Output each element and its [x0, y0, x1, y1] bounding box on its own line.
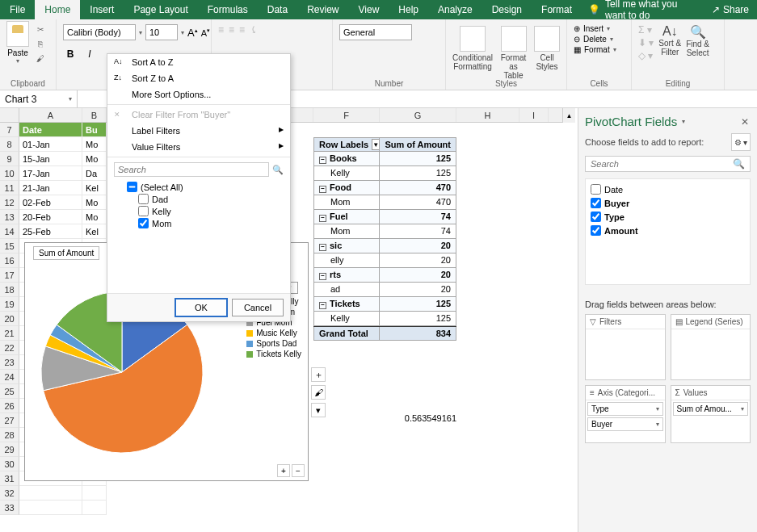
chart-title-box[interactable]: Sum of Amount: [33, 246, 99, 260]
align-top-icon[interactable]: ≡: [218, 24, 224, 36]
format-cells-button[interactable]: ▦ Format ▾: [574, 45, 625, 54]
search-icon: 🔍: [272, 165, 284, 175]
fill-icon[interactable]: ⬇ ▾: [638, 37, 654, 48]
number-group: Number: [333, 19, 446, 90]
sort-filter-button[interactable]: A↓Sort & Filter: [658, 24, 681, 61]
field-item[interactable]: Date: [589, 182, 746, 196]
italic-button[interactable]: I: [82, 47, 97, 61]
col-header-A[interactable]: A: [19, 108, 82, 122]
scroll-up-button[interactable]: ▲: [562, 108, 575, 123]
tab-pagelayout[interactable]: Page Layout: [124, 0, 197, 19]
tab-format[interactable]: Format: [532, 0, 582, 19]
tab-file[interactable]: File: [0, 0, 35, 19]
align-middle-icon[interactable]: ≡: [229, 24, 234, 36]
area-field-chip[interactable]: Type▾: [587, 402, 663, 416]
fields-search-input[interactable]: [591, 159, 733, 169]
tab-data[interactable]: Data: [258, 0, 297, 19]
col-header-I[interactable]: I: [519, 108, 549, 122]
value-filters-item[interactable]: Value Filters▶: [107, 139, 290, 155]
legend-icon: ▤: [675, 317, 683, 326]
tab-help[interactable]: Help: [389, 0, 428, 19]
delete-cells-button[interactable]: ⊖ Delete ▾: [574, 35, 625, 44]
number-format-select[interactable]: [339, 24, 412, 40]
format-painter-icon[interactable]: 🖌: [34, 52, 47, 65]
cancel-button[interactable]: Cancel: [232, 299, 284, 316]
drag-areas-label: Drag fields between areas below:: [585, 300, 751, 309]
bold-button[interactable]: B: [63, 47, 78, 61]
chart-funnel-button[interactable]: ▾: [311, 403, 326, 417]
pivot-filter-button[interactable]: ▼: [372, 139, 380, 150]
fields-pane-menu[interactable]: ▾: [682, 118, 685, 125]
label-filters-item[interactable]: Label Filters▶: [107, 123, 290, 139]
sort-za-item[interactable]: Z↓Sort Z to A: [107, 70, 290, 86]
ok-button[interactable]: OK: [175, 299, 227, 316]
chart-zoom-in[interactable]: +: [277, 464, 290, 477]
area-field-chip[interactable]: Buyer▾: [587, 417, 663, 431]
chart-brush-button[interactable]: 🖌: [311, 385, 326, 400]
align-bottom-icon[interactable]: ≡: [239, 24, 245, 36]
share-icon: ↗: [712, 4, 720, 15]
share-label: Share: [723, 4, 749, 15]
close-icon[interactable]: ✕: [741, 116, 749, 128]
fields-list: DateBuyerTypeAmount: [585, 178, 751, 285]
filter-value-item[interactable]: Dad: [138, 194, 284, 204]
col-header-F[interactable]: F: [313, 108, 380, 122]
gear-icon[interactable]: ⚙ ▾: [731, 133, 751, 151]
paste-button[interactable]: Paste ▾: [6, 21, 29, 65]
share-button[interactable]: ↗ Share: [704, 0, 757, 19]
values-area[interactable]: ΣValues Sum of Amou...▾: [671, 385, 751, 443]
tab-review[interactable]: Review: [297, 0, 348, 19]
insert-cells-button[interactable]: ⊕ Insert ▾: [574, 24, 625, 33]
field-item[interactable]: Buyer: [589, 196, 746, 210]
find-select-button[interactable]: 🔍Find & Select: [686, 24, 709, 61]
name-box[interactable]: Chart 3 ▾: [0, 90, 78, 107]
fields-search-box[interactable]: 🔍: [585, 156, 751, 172]
decrease-font-icon[interactable]: A▾: [201, 27, 210, 38]
cell-styles-button[interactable]: Cell Styles: [534, 26, 560, 80]
clipboard-group-label: Clipboard: [0, 79, 56, 88]
filter-value-item[interactable]: (Select All): [127, 182, 284, 192]
chart-plus-button[interactable]: ＋: [311, 367, 326, 382]
chart-zoom-out[interactable]: −: [292, 464, 305, 477]
filter-value-item[interactable]: Kelly: [138, 206, 284, 216]
copy-icon[interactable]: ⎘: [34, 37, 47, 50]
tellme-box[interactable]: 💡 Tell me what you want to do: [582, 0, 704, 19]
row[interactable]: 32: [0, 486, 575, 501]
styles-group: Conditional Formatting Format as Table C…: [446, 19, 567, 90]
tab-view[interactable]: View: [349, 0, 389, 19]
tab-formulas[interactable]: Formulas: [198, 0, 258, 19]
field-item[interactable]: Amount: [589, 224, 746, 237]
legend-item: Sports Dad: [246, 339, 301, 348]
legend-area[interactable]: ▤Legend (Series): [671, 314, 751, 380]
sigma-icon: Σ: [675, 388, 680, 397]
increase-font-icon[interactable]: A▴: [187, 27, 198, 39]
font-name-select[interactable]: [63, 24, 136, 40]
filters-area[interactable]: ▽Filters: [585, 314, 666, 380]
field-item[interactable]: Type: [589, 210, 746, 224]
area-field-chip[interactable]: Sum of Amou...▾: [673, 402, 749, 416]
filter-value-item[interactable]: Mom: [138, 218, 284, 228]
row[interactable]: 33: [0, 501, 575, 515]
clear-filter-icon: ⨯: [114, 110, 120, 118]
col-header-G[interactable]: G: [380, 108, 456, 122]
axis-area[interactable]: ≡Axis (Categori... Type▾Buyer▾: [585, 385, 666, 443]
clear-icon[interactable]: ◇ ▾: [638, 50, 654, 61]
font-size-select[interactable]: [145, 24, 178, 40]
cells-group: ⊕ Insert ▾ ⊖ Delete ▾ ▦ Format ▾ Cells: [567, 19, 632, 90]
col-header-B[interactable]: B: [82, 108, 107, 122]
tab-home[interactable]: Home: [35, 0, 80, 19]
tab-analyze[interactable]: Analyze: [428, 0, 482, 19]
col-header-H[interactable]: H: [456, 108, 519, 122]
orientation-icon[interactable]: ⤹: [250, 24, 258, 36]
autosum-icon[interactable]: Σ ▾: [638, 24, 654, 36]
sort-az-item[interactable]: A↓Sort A to Z: [107, 54, 290, 70]
tab-insert[interactable]: Insert: [80, 0, 124, 19]
pivot-table[interactable]: Row Labels▼ Sum of Amount −Books125Kelly…: [313, 137, 456, 341]
clipboard-icon: [6, 21, 29, 47]
conditional-formatting-button[interactable]: Conditional Formatting: [452, 26, 493, 80]
filter-search-input[interactable]: [114, 162, 269, 177]
cut-icon[interactable]: ✂: [34, 23, 47, 36]
more-sort-item[interactable]: More Sort Options...: [107, 86, 290, 103]
format-as-table-button[interactable]: Format as Table: [499, 26, 528, 80]
tab-design[interactable]: Design: [482, 0, 532, 19]
